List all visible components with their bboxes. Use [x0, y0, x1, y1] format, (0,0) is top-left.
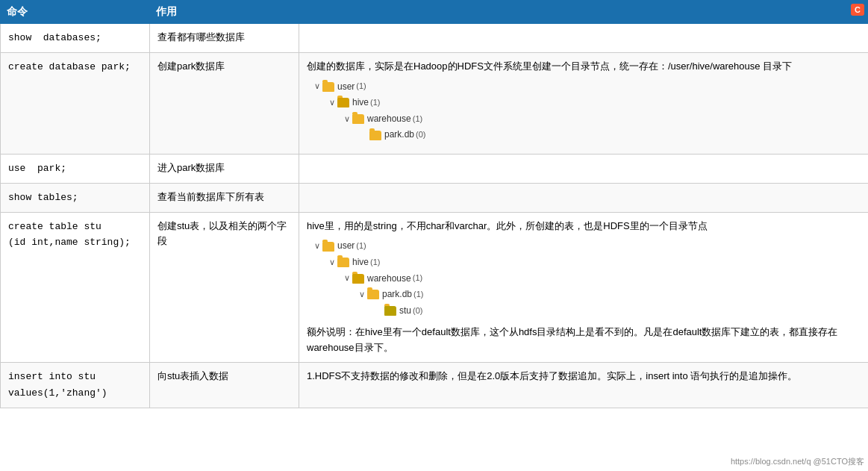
- use-cell: 向stu表插入数据: [150, 362, 299, 408]
- table-header: 命令 作用: [1, 1, 869, 24]
- table-row: show databases;查看都有哪些数据库: [1, 24, 869, 53]
- cmd-text: use park;: [8, 163, 66, 174]
- table-row: show tables;查看当前数据库下所有表: [1, 183, 869, 212]
- cmd-text: create database park;: [8, 61, 131, 72]
- table-row: create table stu (id int,name string);创建…: [1, 212, 869, 362]
- detail-cell: [299, 154, 869, 183]
- main-table: 命令 作用 show databases;查看都有哪些数据库create dat…: [0, 0, 868, 408]
- detail-cell: [299, 24, 869, 53]
- tree-row: ∨ warehouse (1): [314, 111, 861, 128]
- tree-row: park.db (0): [314, 127, 861, 143]
- cmd-cell: show databases;: [1, 24, 150, 53]
- header-detail: [299, 1, 869, 24]
- tree-row: ∨ hive (1): [314, 255, 861, 271]
- tree-row: ∨ park.db (1): [314, 287, 861, 303]
- use-cell: 查看当前数据库下所有表: [150, 183, 299, 212]
- detail-prefix: 创建的数据库，实际是在Hadoop的HDFS文件系统里创建一个目录节点，统一存在…: [307, 59, 861, 75]
- header-cmd: 命令: [1, 1, 150, 24]
- tree-row: ∨ user (1): [314, 79, 861, 96]
- cmd-text: create table stu (id int,name string);: [8, 221, 131, 249]
- use-cell: 查看都有哪些数据库: [150, 24, 299, 53]
- cmd-cell: use park;: [1, 154, 150, 183]
- use-cell: 创建stu表，以及相关的两个字段: [150, 212, 299, 362]
- header-use: 作用: [150, 1, 299, 24]
- tree-row: ∨ user (1): [314, 238, 861, 255]
- table-row: use park;进入park数据库: [1, 154, 869, 183]
- cmd-cell: create database park;: [1, 52, 150, 154]
- tree-row: ∨ warehouse (1): [314, 271, 861, 287]
- use-cell: 创建park数据库: [150, 52, 299, 154]
- tree-row: ∨ hive (1): [314, 95, 861, 111]
- cmd-text: show databases;: [8, 32, 102, 43]
- csdn-logo: C: [851, 4, 864, 16]
- tree-row: stu (0): [314, 303, 861, 319]
- use-cell: 进入park数据库: [150, 154, 299, 183]
- cmd-text: show tables;: [8, 192, 78, 203]
- detail-cell: 1.HDFS不支持数据的修改和删除，但是在2.0版本后支持了数据追加。实际上，i…: [299, 362, 869, 408]
- cmd-cell: insert into stu values(1,'zhang'): [1, 362, 150, 408]
- cmd-text: insert into stu values(1,'zhang'): [8, 371, 107, 399]
- table-row: insert into stu values(1,'zhang')向stu表插入…: [1, 362, 869, 408]
- cmd-cell: show tables;: [1, 183, 150, 212]
- detail-cell: 创建的数据库，实际是在Hadoop的HDFS文件系统里创建一个目录节点，统一存在…: [299, 52, 869, 154]
- table-row: create database park;创建park数据库创建的数据库，实际是…: [1, 52, 869, 154]
- detail-prefix: hive里，用的是string，不用char和varchar。此外，所创建的表，…: [307, 219, 861, 234]
- cmd-cell: create table stu (id int,name string);: [1, 212, 150, 362]
- detail-cell: [299, 183, 869, 212]
- detail-cell: hive里，用的是string，不用char和varchar。此外，所创建的表，…: [299, 212, 869, 362]
- detail-suffix: 额外说明：在hive里有一个default数据库，这个从hdfs目录结构上是看不…: [307, 325, 861, 356]
